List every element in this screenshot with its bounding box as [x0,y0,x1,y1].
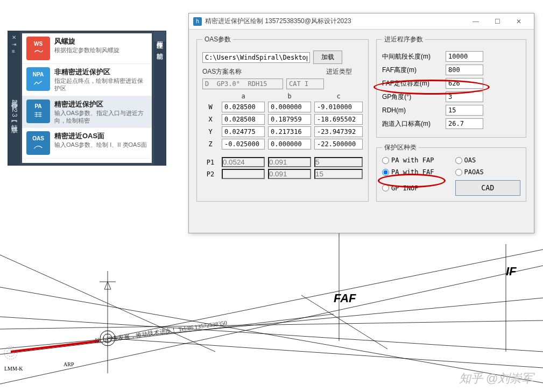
palette-title: 风标设计2023【社区版】 [10,55,19,163]
scheme-label: OAS方案名称 [202,67,242,76]
oas-Z-b[interactable] [268,139,311,149]
palette-close-icon[interactable]: ✕ [12,34,16,40]
radio-pa-fap[interactable]: PA with FAP [382,156,448,164]
watermark: 知乎 @刘崇军 [459,370,533,387]
npa-icon: NPA [26,67,50,91]
param-input-1[interactable] [446,65,483,75]
palette-pin-icon[interactable]: ⇥ [12,41,16,47]
cad-button[interactable]: CAD [455,180,521,196]
cad-label-lmm: LMM-K [4,366,23,372]
p2-a [222,169,265,179]
param-input-3[interactable] [446,91,483,102]
zone-group: 保护区种类 PA with FAP OAS PA with FAF PAOAS … [376,143,526,202]
param-input-4[interactable] [446,105,483,116]
tool-item-npa[interactable]: NPA 非精密进近保护区指定起点终点，绘制非精密进近保护区 [22,64,152,96]
scheme-input [202,79,283,89]
pa-icon: PA [26,99,50,123]
p1-c [314,157,363,167]
proc-legend: 进近程序参数 [382,35,425,44]
oas-Y-b[interactable] [268,126,311,137]
dialog-title: 精密进近保护区绘制 13572538350@风标设计2023 [205,17,465,26]
p2-b [268,169,311,179]
proc-group: 进近程序参数 中间航段长度(m) FAF高度(m) FAF定位容差(m) GP角… [376,35,526,138]
oas-X-a[interactable] [222,114,265,125]
param-label-2: FAF定位容差(m) [382,79,441,88]
param-label-1: FAF高度(m) [382,66,441,75]
oas-W-c[interactable] [314,102,363,112]
oas-Y-a[interactable] [222,126,265,137]
zone-legend: 保护区种类 [382,143,419,152]
dialog-titlebar[interactable]: h 精密进近保护区绘制 13572538350@风标设计2023 — ☐ ✕ [189,13,534,30]
radio-gp-inop[interactable]: GP INOP [382,184,448,192]
radio-paoas[interactable]: PAOAS [455,168,521,176]
oas-W-b[interactable] [268,102,311,112]
minimize-button[interactable]: — [465,14,486,29]
cad-label-faf: FAF [334,291,356,305]
svg-line-4 [0,287,543,383]
tool-item-pa[interactable]: PA 精密进近保护区输入OAS参数、指定入口与进近方向，绘制精密 [22,96,152,129]
param-label-4: RDH(m) [382,106,441,114]
param-label-3: GP角度(°) [382,92,441,102]
tool-item-ws[interactable]: WS 风螺旋根据指定参数绘制风螺旋 [22,33,152,64]
param-label-0: 中间航段长度(m) [382,52,441,61]
param-input-2[interactable] [446,78,483,89]
oas-W-a[interactable] [222,102,265,112]
palette-tab-main[interactable]: 传统程序 [154,31,166,42]
p2-c [314,169,363,179]
oas-X-b[interactable] [268,114,311,125]
tool-palette: ✕ ⇥ ≡ 风标设计2023【社区版】 WS 风螺旋根据指定参数绘制风螺旋 NP… [8,31,166,166]
type-input [286,79,324,89]
dialog-window: h 精密进近保护区绘制 13572538350@风标设计2023 — ☐ ✕ O… [188,13,534,233]
svg-line-1 [0,298,543,349]
oas-legend: OAS参数 [202,35,233,44]
maximize-button[interactable]: ☐ [486,14,508,29]
svg-line-5 [108,250,543,338]
p1-a [222,157,265,167]
cad-label-if: IF [506,265,517,279]
svg-line-14 [11,341,100,352]
svg-line-6 [108,338,543,368]
oas-Y-c[interactable] [314,126,363,137]
type-label: 进近类型 [326,67,352,76]
oas-icon: OAS [26,131,50,155]
close-button[interactable]: ✕ [508,14,530,29]
radio-pa-faf[interactable]: PA with FAF [382,168,448,176]
wind-spiral-icon: WS [26,37,50,60]
tool-list: WS 风螺旋根据指定参数绘制风螺旋 NPA 非精密进近保护区指定起点终点，绘制非… [22,33,152,163]
p1-b [268,157,311,167]
app-icon: h [193,17,202,26]
tool-item-oas[interactable]: OAS 精密进近OAS面输入OAS参数、绘制 I、II 类OAS面 [22,128,152,159]
oas-Z-c[interactable] [314,139,363,149]
oas-X-c[interactable] [314,114,363,125]
load-button[interactable]: 加载 [313,51,342,64]
oas-path-input[interactable] [202,52,310,63]
cad-canvas [0,233,543,392]
cad-label-arp: ARP [64,361,74,367]
palette-menu-icon[interactable]: ≡ [12,48,16,54]
palette-tab-aux[interactable]: 辅助功能 [154,42,166,54]
param-label-5: 跑道入口标高(m) [382,119,441,129]
param-input-0[interactable] [446,51,483,62]
radio-oas[interactable]: OAS [455,156,521,164]
oas-Z-a[interactable] [222,139,265,149]
param-input-5[interactable] [446,118,483,129]
oas-group: OAS参数 加载 OAS方案名称 进近类型 a b c W X Y [196,35,369,202]
